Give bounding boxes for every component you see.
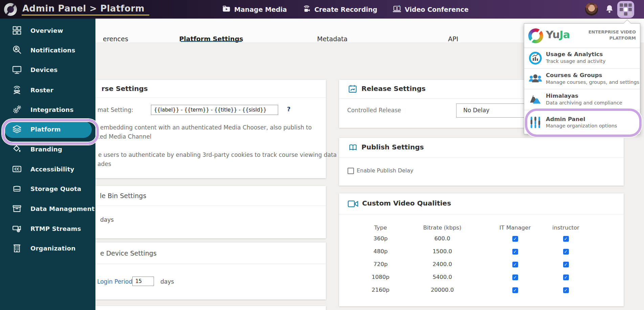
quality-type: 480p: [353, 248, 408, 255]
header-action-manage-media[interactable]: Manage Media: [222, 4, 287, 15]
recycle-bin-card-header: le Bin Settings: [95, 186, 326, 206]
sidebar-item-overview[interactable]: Overview: [0, 23, 95, 38]
quality-bitrate: 5400.0: [408, 274, 476, 280]
course-format-input[interactable]: [151, 105, 278, 115]
course-settings-card-header: rse Settings: [95, 80, 326, 98]
active-tab-underline: [181, 41, 242, 42]
sidebar-item-integrations[interactable]: Integrations: [0, 102, 95, 117]
course-note-line1: embedding content with an authenticated …: [100, 124, 312, 131]
sidebar-item-label: Branding: [30, 146, 62, 153]
login-period-unit: days: [160, 278, 174, 285]
release-settings-title: Release Settings: [361, 85, 426, 93]
instructor-checkbox[interactable]: ✓: [535, 287, 596, 293]
recycle-bin-settings-card: le Bin Settings days: [95, 186, 326, 238]
publish-settings-card: Publish Settings Enable Publish Delay: [339, 138, 624, 186]
sidebar-item-label: Storage Quota: [30, 185, 81, 192]
sidebar-item-devices[interactable]: Devices: [0, 62, 95, 77]
yuja-color-logo-icon: [528, 28, 543, 43]
quality-row-480p: 480p 1500.0 ✓ ✓: [339, 248, 624, 258]
apps-menu-item-admin-panel[interactable]: Admin Panel Manage organization options: [524, 110, 640, 134]
platform-tagline: ENTERPRISE VIDEO PLATFORM: [588, 29, 636, 41]
header-action-label: Manage Media: [234, 6, 287, 13]
roster-icon: [12, 85, 22, 95]
sidebar-item-rtmp-streams[interactable]: RTMP Streams: [0, 221, 95, 236]
header-action-video-conference[interactable]: Video Conference: [392, 4, 469, 15]
tab-api[interactable]: API: [448, 19, 458, 47]
analytics-icon: [528, 51, 542, 65]
search-person-icon: [12, 45, 22, 55]
sidebar-item-organization[interactable]: Organization: [0, 241, 95, 256]
top-header-bar: Admin Panel > Platform Manage Media Crea…: [0, 0, 644, 19]
sidebar-item-accessibility[interactable]: CC Accessibility: [0, 162, 95, 176]
quality-row-360p: 360p 600.0 ✓ ✓: [339, 235, 624, 245]
course-cookie-line2: ades: [97, 161, 111, 167]
course-format-label: mat Setting:: [97, 106, 133, 113]
sidebar-item-label: Platform: [30, 126, 61, 133]
panel-brand-row: YuJa ENTERPRISE VIDEO PLATFORM: [524, 24, 640, 48]
login-period-input[interactable]: [132, 277, 154, 286]
admin-platform-page: erencesPlatform SettingsMetadataAPI rse …: [0, 0, 644, 310]
quality-row-720p: 720p 2400.0 ✓ ✓: [339, 261, 624, 271]
quality-type: 720p: [353, 261, 408, 267]
quality-bitrate: 20000.0: [408, 287, 476, 293]
controlled-release-select[interactable]: No Delay: [456, 103, 531, 118]
enable-publish-delay-checkbox[interactable]: [348, 168, 354, 174]
sidebar-item-label: Integrations: [30, 106, 73, 113]
header-action-create-recording[interactable]: Create Recording: [302, 4, 377, 15]
course-cookie-line1: e users to authenticate by enabling 3rd-…: [98, 151, 337, 158]
apps-dropdown-panel: YuJa ENTERPRISE VIDEO PLATFORM Usage & A…: [524, 23, 640, 134]
quality-type: 1080p: [353, 274, 408, 280]
sidebar-item-label: Organization: [30, 245, 75, 252]
bell-icon[interactable]: [604, 4, 615, 14]
apps-menu-item-subtitle: Manage courses, groups, and settings: [546, 79, 639, 85]
qualities-col-header: Bitrate (kbps): [408, 224, 476, 231]
admin-sidebar: Overview Notifications Devices Roster In…: [0, 19, 95, 310]
archive-icon: [12, 203, 22, 214]
instructor-checkbox[interactable]: ✓: [535, 235, 596, 242]
sidebar-item-roster[interactable]: Roster: [0, 82, 95, 97]
device-settings-title: e Device Settings: [100, 249, 157, 257]
sidebar-item-platform[interactable]: Platform: [0, 122, 95, 137]
apps-menu-item-courses-groups[interactable]: Courses & Groups Manage courses, groups,…: [524, 68, 640, 89]
user-avatar[interactable]: [585, 3, 598, 16]
recycle-days-label: days: [100, 216, 114, 223]
quality-type: 360p: [353, 235, 408, 242]
groups-icon: [528, 72, 542, 86]
yuja-logo-icon[interactable]: [4, 3, 17, 16]
tab-metadata[interactable]: Metadata: [317, 19, 348, 47]
camera-broadcast-icon: [302, 4, 311, 15]
gears-icon: [12, 104, 22, 115]
qualities-card-header: Custom Video Qualities: [339, 193, 624, 214]
instructor-checkbox[interactable]: ✓: [535, 248, 596, 255]
sidebar-item-label: Devices: [30, 66, 58, 73]
sliders-icon: [528, 115, 542, 129]
header-action-label: Create Recording: [314, 6, 377, 13]
building-icon: [12, 243, 22, 254]
sidebar-item-notifications[interactable]: Notifications: [0, 43, 95, 57]
cc-icon: CC: [12, 164, 22, 174]
breadcrumb: Admin Panel > Platform: [22, 3, 149, 16]
sidebar-item-data-management[interactable]: Data Management: [0, 201, 95, 216]
quality-row-2160p: 2160p 20000.0 ✓ ✓: [339, 287, 624, 297]
apps-menu-item-himalayas[interactable]: Himalayas Data archiving and compliance: [524, 89, 640, 110]
instructor-checkbox[interactable]: ✓: [535, 261, 596, 267]
sidebar-item-label: Overview: [30, 27, 63, 34]
apps-grid-icon[interactable]: [617, 1, 634, 18]
apps-menu-item-title: Himalayas: [546, 93, 578, 99]
grid-icon: [12, 25, 22, 36]
tab-platform-settings[interactable]: Platform Settings: [179, 19, 243, 47]
sidebar-item-storage-quota[interactable]: Storage Quota: [0, 181, 95, 196]
instructor-checkbox[interactable]: ✓: [535, 274, 596, 280]
tab-erences[interactable]: erences: [103, 19, 128, 47]
help-icon[interactable]: ?: [287, 105, 290, 113]
recycle-bin-title: le Bin Settings: [100, 192, 146, 199]
sidebar-item-label: Accessibility: [30, 166, 74, 173]
sidebar-item-branding[interactable]: Branding: [0, 142, 95, 157]
open-book-icon: [348, 143, 358, 154]
apps-menu-item-title: Admin Panel: [546, 116, 585, 122]
next-card-sliver: [95, 306, 326, 310]
monitor-icon: [12, 64, 22, 75]
apps-menu-item-usage-analytics[interactable]: Usage & Analytics Track usage and activi…: [524, 48, 640, 68]
qualities-col-header: Type: [353, 224, 408, 231]
enable-publish-delay-label: Enable Publish Delay: [357, 167, 414, 174]
